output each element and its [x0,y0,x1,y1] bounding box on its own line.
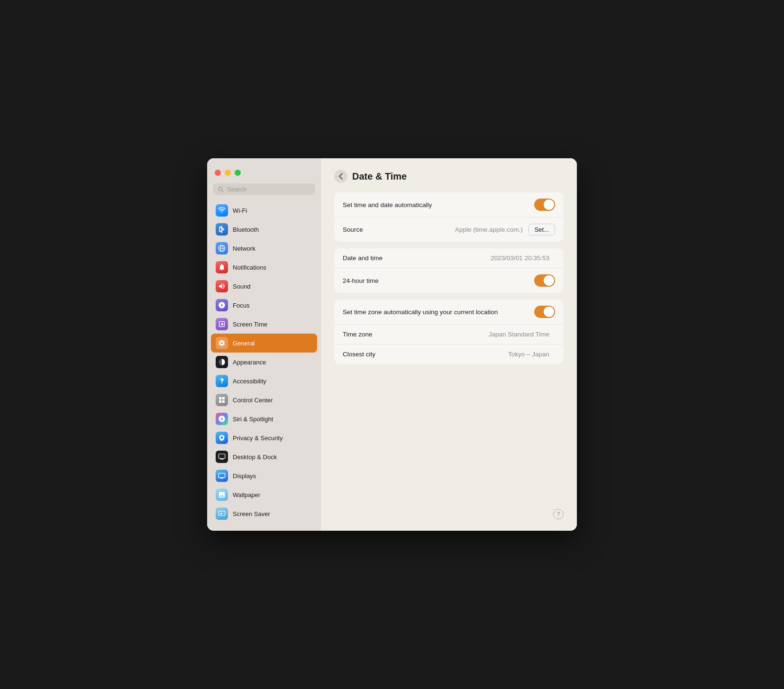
traffic-lights [207,166,321,183]
network-icon [216,242,228,254]
auto-timezone-toggle[interactable] [534,306,555,318]
close-button[interactable] [215,170,221,176]
sidebar-item-label: Privacy & Security [233,435,283,442]
app-window: Wi-Fi Bluetooth [207,158,577,531]
24hour-label: 24-hour time [343,277,534,284]
siri-icon [216,413,228,425]
sidebar-item-wallpaper[interactable]: Wallpaper [211,485,317,504]
sound-icon [216,280,228,292]
svg-rect-8 [219,397,221,399]
sidebar-item-label: Wi-Fi [233,207,247,214]
auto-timezone-label: Set time zone automatically using your c… [343,308,534,316]
back-button[interactable] [334,170,347,183]
sidebar-item-label: Notifications [233,264,266,271]
sidebar-item-privacy[interactable]: Privacy & Security [211,428,317,447]
maximize-button[interactable] [235,170,241,176]
minimize-button[interactable] [225,170,231,176]
sidebar-item-label: Wallpaper [233,491,260,499]
sidebar-item-label: Displays [233,472,256,480]
closest-city-value: Tokyo – Japan [508,351,549,358]
page-header: Date & Time [334,170,564,183]
sidebar-item-label: Siri & Spotlight [233,416,273,423]
sidebar-item-bluetooth[interactable]: Bluetooth [211,220,317,239]
sidebar-item-label: Focus [233,302,249,309]
auto-time-card: Set time and date automatically Source A… [334,192,564,242]
time-display-card: Date and time 2023/03/01 20:35:53 24-hou… [334,248,564,293]
wallpaper-icon [216,489,228,501]
desktop-icon [216,451,228,463]
help-button[interactable]: ? [553,509,564,519]
svg-rect-11 [222,400,225,403]
sidebar-item-desktop[interactable]: Desktop & Dock [211,447,317,466]
page-title: Date & Time [352,171,407,182]
svg-rect-10 [219,400,221,403]
sidebar: Wi-Fi Bluetooth [207,158,321,531]
sidebar-item-label: Screen Time [233,321,267,328]
datetime-value: 2023/03/01 20:35:53 [491,254,549,262]
timezone-row: Time zone Japan Standard Time [334,324,564,344]
sidebar-item-general[interactable]: General [211,334,317,353]
sidebar-item-label: Control Center [233,397,273,404]
notifications-icon [216,261,228,273]
24hour-row: 24-hour time [334,268,564,293]
search-icon [218,186,224,193]
privacy-icon [216,432,228,444]
set-auto-toggle[interactable] [534,199,555,211]
displays-icon [216,470,228,482]
sidebar-item-label: Network [233,245,255,252]
sidebar-item-label: Appearance [233,359,266,366]
screentime-icon [216,318,228,330]
svg-rect-12 [219,454,225,458]
sidebar-item-label: Desktop & Dock [233,453,277,461]
set-auto-label: Set time and date automatically [343,201,534,209]
sidebar-item-notifications[interactable]: Notifications [211,258,317,277]
sidebar-item-label: Accessibility [233,378,266,385]
sidebar-list: Wi-Fi Bluetooth [207,201,321,523]
main-content: Date & Time Set time and date automatica… [321,158,577,531]
timezone-value: Japan Standard Time [489,331,549,338]
accessibility-icon [216,375,228,387]
svg-rect-9 [222,397,225,399]
sidebar-item-wifi[interactable]: Wi-Fi [211,201,317,220]
sidebar-item-displays[interactable]: Displays [211,466,317,485]
sidebar-item-network[interactable]: Network [211,239,317,258]
24hour-toggle[interactable] [534,274,555,287]
sidebar-item-label: Screen Saver [233,510,270,517]
sidebar-item-appearance[interactable]: Appearance [211,353,317,372]
controlcenter-icon [216,394,228,406]
set-button[interactable]: Set... [529,224,555,236]
appearance-icon [216,356,228,368]
sidebar-item-accessibility[interactable]: Accessibility [211,372,317,390]
timezone-card: Set time zone automatically using your c… [334,299,564,364]
sidebar-item-screensaver[interactable]: Screen Saver [211,504,317,523]
sidebar-item-siri[interactable]: Siri & Spotlight [211,409,317,428]
sidebar-item-label: Bluetooth [233,226,259,233]
svg-line-1 [222,190,224,192]
auto-timezone-row: Set time zone automatically using your c… [334,299,564,324]
screensaver-icon [216,508,228,520]
source-label: Source [343,226,455,233]
sidebar-item-screentime[interactable]: Screen Time [211,315,317,334]
bluetooth-icon [216,223,228,236]
svg-point-2 [221,212,222,213]
general-icon [216,337,228,349]
datetime-label: Date and time [343,254,491,262]
search-container [213,183,315,195]
sidebar-item-focus[interactable]: Focus [211,296,317,315]
closest-city-label: Closest city [343,351,508,358]
svg-rect-13 [220,459,224,460]
sidebar-item-sound[interactable]: Sound [211,277,317,296]
sidebar-item-label: Sound [233,283,251,290]
source-value: Apple (time.apple.com.) [455,226,523,233]
sidebar-item-label: General [233,340,255,347]
wifi-icon [216,204,228,217]
datetime-row: Date and time 2023/03/01 20:35:53 [334,248,564,268]
focus-icon [216,299,228,311]
source-row: Source Apple (time.apple.com.) Set... [334,217,564,242]
set-auto-row: Set time and date automatically [334,192,564,217]
timezone-label: Time zone [343,331,489,338]
search-input[interactable] [227,186,310,193]
sidebar-item-controlcenter[interactable]: Control Center [211,390,317,409]
closest-city-row: Closest city Tokyo – Japan [334,344,564,364]
